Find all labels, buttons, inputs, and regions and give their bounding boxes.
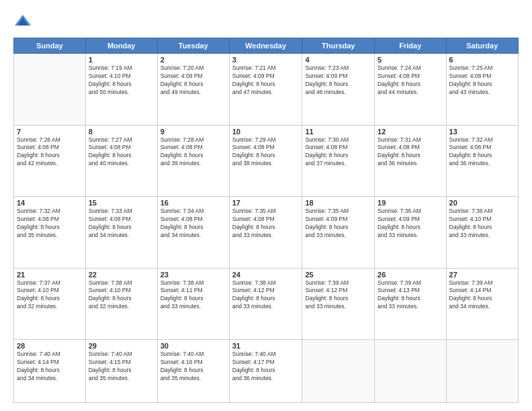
day-number: 8	[89, 128, 154, 136]
day-number: 25	[305, 271, 371, 279]
calendar-cell: 14Sunrise: 7:32 AM Sunset: 4:08 PM Dayli…	[14, 197, 86, 269]
day-number: 7	[17, 128, 83, 136]
calendar-week-row: 14Sunrise: 7:32 AM Sunset: 4:08 PM Dayli…	[14, 197, 519, 269]
calendar-cell: 12Sunrise: 7:31 AM Sunset: 4:08 PM Dayli…	[375, 125, 446, 197]
calendar-cell	[14, 54, 86, 126]
day-info: Sunrise: 7:40 AM Sunset: 4:15 PM Dayligh…	[89, 351, 154, 383]
calendar-cell: 5Sunrise: 7:24 AM Sunset: 4:08 PM Daylig…	[375, 54, 446, 126]
day-info: Sunrise: 7:35 AM Sunset: 4:09 PM Dayligh…	[305, 208, 371, 240]
header-wednesday: Wednesday	[229, 38, 302, 54]
calendar-cell: 21Sunrise: 7:37 AM Sunset: 4:10 PM Dayli…	[14, 268, 86, 340]
day-number: 18	[305, 199, 371, 207]
logo-icon	[13, 12, 32, 31]
day-number: 10	[232, 128, 300, 136]
calendar-cell: 11Sunrise: 7:30 AM Sunset: 4:08 PM Dayli…	[302, 125, 375, 197]
calendar-cell: 24Sunrise: 7:38 AM Sunset: 4:12 PM Dayli…	[229, 268, 302, 340]
day-info: Sunrise: 7:32 AM Sunset: 4:08 PM Dayligh…	[17, 208, 83, 240]
day-number: 17	[232, 199, 300, 207]
day-info: Sunrise: 7:34 AM Sunset: 4:08 PM Dayligh…	[161, 208, 226, 240]
calendar-week-row: 21Sunrise: 7:37 AM Sunset: 4:10 PM Dayli…	[14, 268, 519, 340]
day-number: 27	[449, 271, 515, 279]
calendar-cell: 19Sunrise: 7:36 AM Sunset: 4:09 PM Dayli…	[375, 197, 446, 269]
calendar-cell: 26Sunrise: 7:39 AM Sunset: 4:13 PM Dayli…	[375, 268, 446, 340]
header-friday: Friday	[375, 38, 446, 54]
header-monday: Monday	[85, 38, 157, 54]
day-number: 19	[378, 199, 443, 207]
day-number: 30	[161, 342, 226, 350]
day-info: Sunrise: 7:39 AM Sunset: 4:14 PM Dayligh…	[449, 279, 515, 312]
calendar-cell: 16Sunrise: 7:34 AM Sunset: 4:08 PM Dayli…	[157, 197, 229, 269]
day-info: Sunrise: 7:35 AM Sunset: 4:08 PM Dayligh…	[232, 208, 300, 240]
day-number: 12	[378, 128, 443, 136]
calendar: Sunday Monday Tuesday Wednesday Thursday…	[13, 38, 519, 403]
day-info: Sunrise: 7:40 AM Sunset: 4:14 PM Dayligh…	[17, 351, 83, 383]
day-number: 3	[232, 56, 300, 64]
day-number: 24	[232, 271, 300, 279]
calendar-week-row: 1Sunrise: 7:19 AM Sunset: 4:10 PM Daylig…	[14, 54, 519, 126]
day-info: Sunrise: 7:36 AM Sunset: 4:09 PM Dayligh…	[378, 208, 443, 240]
calendar-cell: 2Sunrise: 7:20 AM Sunset: 4:09 PM Daylig…	[157, 54, 229, 126]
calendar-cell: 8Sunrise: 7:27 AM Sunset: 4:08 PM Daylig…	[85, 125, 157, 197]
day-info: Sunrise: 7:29 AM Sunset: 4:08 PM Dayligh…	[232, 136, 300, 169]
day-number: 29	[89, 342, 154, 350]
calendar-cell	[446, 340, 518, 403]
logo	[13, 12, 35, 31]
day-info: Sunrise: 7:38 AM Sunset: 4:12 PM Dayligh…	[232, 279, 300, 312]
day-info: Sunrise: 7:30 AM Sunset: 4:08 PM Dayligh…	[305, 136, 371, 169]
calendar-cell: 3Sunrise: 7:21 AM Sunset: 4:09 PM Daylig…	[229, 54, 302, 126]
day-info: Sunrise: 7:32 AM Sunset: 4:08 PM Dayligh…	[449, 136, 515, 169]
calendar-week-row: 28Sunrise: 7:40 AM Sunset: 4:14 PM Dayli…	[14, 340, 519, 403]
day-info: Sunrise: 7:38 AM Sunset: 4:11 PM Dayligh…	[161, 279, 226, 312]
calendar-cell: 10Sunrise: 7:29 AM Sunset: 4:08 PM Dayli…	[229, 125, 302, 197]
day-info: Sunrise: 7:28 AM Sunset: 4:08 PM Dayligh…	[161, 136, 226, 169]
day-number: 11	[305, 128, 371, 136]
day-info: Sunrise: 7:31 AM Sunset: 4:08 PM Dayligh…	[378, 136, 443, 169]
header-thursday: Thursday	[302, 38, 375, 54]
calendar-cell: 1Sunrise: 7:19 AM Sunset: 4:10 PM Daylig…	[85, 54, 157, 126]
day-number: 4	[305, 56, 371, 64]
day-number: 21	[17, 271, 83, 279]
calendar-cell: 4Sunrise: 7:23 AM Sunset: 4:09 PM Daylig…	[302, 54, 375, 126]
calendar-cell: 29Sunrise: 7:40 AM Sunset: 4:15 PM Dayli…	[85, 340, 157, 403]
day-info: Sunrise: 7:40 AM Sunset: 4:16 PM Dayligh…	[161, 351, 226, 383]
day-number: 14	[17, 199, 83, 207]
calendar-cell: 13Sunrise: 7:32 AM Sunset: 4:08 PM Dayli…	[446, 125, 518, 197]
day-info: Sunrise: 7:27 AM Sunset: 4:08 PM Dayligh…	[89, 136, 154, 169]
calendar-cell: 9Sunrise: 7:28 AM Sunset: 4:08 PM Daylig…	[157, 125, 229, 197]
day-info: Sunrise: 7:37 AM Sunset: 4:10 PM Dayligh…	[17, 279, 83, 312]
day-info: Sunrise: 7:40 AM Sunset: 4:17 PM Dayligh…	[232, 351, 300, 383]
day-info: Sunrise: 7:38 AM Sunset: 4:10 PM Dayligh…	[89, 279, 154, 312]
day-info: Sunrise: 7:21 AM Sunset: 4:09 PM Dayligh…	[232, 64, 300, 97]
calendar-cell: 18Sunrise: 7:35 AM Sunset: 4:09 PM Dayli…	[302, 197, 375, 269]
calendar-cell: 23Sunrise: 7:38 AM Sunset: 4:11 PM Dayli…	[157, 268, 229, 340]
day-info: Sunrise: 7:36 AM Sunset: 4:10 PM Dayligh…	[449, 208, 515, 240]
header	[13, 12, 519, 31]
calendar-cell: 27Sunrise: 7:39 AM Sunset: 4:14 PM Dayli…	[446, 268, 518, 340]
calendar-cell: 25Sunrise: 7:39 AM Sunset: 4:12 PM Dayli…	[302, 268, 375, 340]
day-number: 22	[89, 271, 154, 279]
day-number: 2	[161, 56, 226, 64]
calendar-cell: 22Sunrise: 7:38 AM Sunset: 4:10 PM Dayli…	[85, 268, 157, 340]
day-info: Sunrise: 7:33 AM Sunset: 4:08 PM Dayligh…	[89, 208, 154, 240]
calendar-cell	[302, 340, 375, 403]
header-sunday: Sunday	[14, 38, 86, 54]
day-number: 5	[378, 56, 443, 64]
day-info: Sunrise: 7:19 AM Sunset: 4:10 PM Dayligh…	[89, 64, 154, 97]
day-info: Sunrise: 7:24 AM Sunset: 4:08 PM Dayligh…	[378, 64, 443, 97]
header-tuesday: Tuesday	[157, 38, 229, 54]
day-info: Sunrise: 7:23 AM Sunset: 4:09 PM Dayligh…	[305, 64, 371, 97]
page: Sunday Monday Tuesday Wednesday Thursday…	[0, 0, 532, 411]
day-number: 1	[89, 56, 154, 64]
day-info: Sunrise: 7:39 AM Sunset: 4:12 PM Dayligh…	[305, 279, 371, 312]
calendar-cell: 30Sunrise: 7:40 AM Sunset: 4:16 PM Dayli…	[157, 340, 229, 403]
calendar-cell: 15Sunrise: 7:33 AM Sunset: 4:08 PM Dayli…	[85, 197, 157, 269]
weekday-header-row: Sunday Monday Tuesday Wednesday Thursday…	[14, 38, 519, 54]
calendar-cell: 6Sunrise: 7:25 AM Sunset: 4:08 PM Daylig…	[446, 54, 518, 126]
day-number: 20	[449, 199, 515, 207]
calendar-cell: 17Sunrise: 7:35 AM Sunset: 4:08 PM Dayli…	[229, 197, 302, 269]
calendar-cell	[375, 340, 446, 403]
day-number: 28	[17, 342, 83, 350]
header-saturday: Saturday	[446, 38, 518, 54]
day-number: 31	[232, 342, 300, 350]
day-info: Sunrise: 7:25 AM Sunset: 4:08 PM Dayligh…	[449, 64, 515, 97]
